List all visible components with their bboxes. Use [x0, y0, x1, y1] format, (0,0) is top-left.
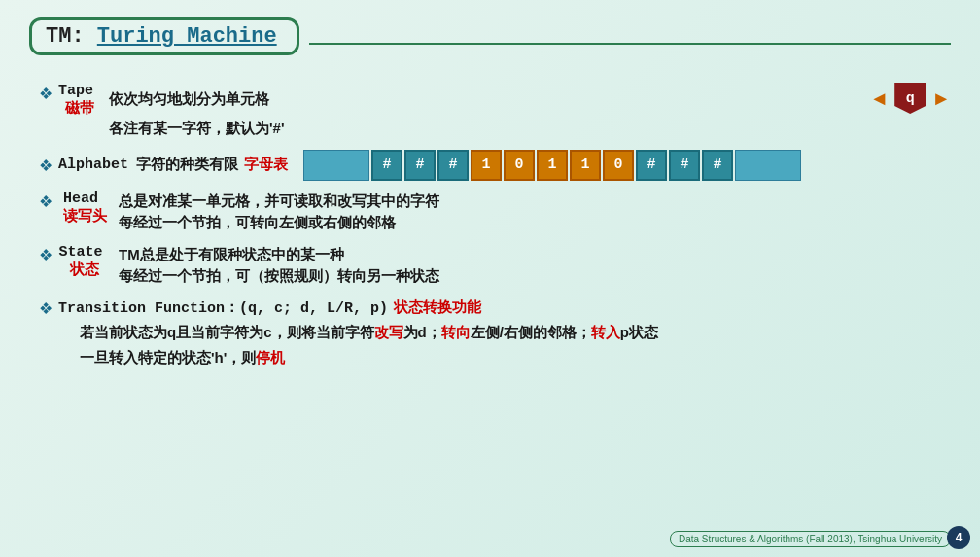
- tape-cell-2: #: [438, 150, 469, 181]
- tape-right-pad: [735, 150, 801, 181]
- title-full: Turing Machine: [97, 24, 277, 49]
- tape-section: ❖ Tape 磁带 依次均匀地划分为单元格 ◄ q ►: [39, 83, 951, 140]
- page-number: 4: [947, 526, 970, 549]
- diamond-state: ❖: [39, 246, 52, 264]
- t-line1-end: p状态: [620, 324, 658, 340]
- tape-cell-6: 1: [570, 150, 601, 181]
- alphabet-cn: 字母表: [244, 156, 288, 174]
- head-line2: 每经过一个节拍，可转向左侧或右侧的邻格: [119, 212, 439, 234]
- tape-left-pad: [303, 150, 369, 181]
- title-box: TM: Turing Machine: [29, 17, 299, 55]
- t-line2-h: 停机: [256, 349, 285, 366]
- t-line1-post: 左侧/右侧的邻格；: [471, 324, 591, 340]
- q-badge: q: [894, 83, 926, 114]
- state-label-cn: 状态: [70, 261, 99, 279]
- tape-line1: 依次均匀地划分为单元格: [109, 88, 269, 111]
- state-section: ❖ State 状态 TM总是处于有限种状态中的某一种 每经过一个节拍，可（按照…: [39, 244, 951, 288]
- state-line1: TM总是处于有限种状态中的某一种: [119, 244, 439, 266]
- head-indicator: ◄ q ►: [869, 83, 951, 114]
- transition-label-text: Transition Function: [58, 300, 225, 317]
- transition-section: ❖ Transition Function：(q, c; d, L/R, p) …: [39, 297, 951, 369]
- diamond-transition: ❖: [39, 299, 52, 318]
- transition-params: ：(q, c; d, L/R, p): [225, 300, 388, 317]
- tape-cell-10: #: [702, 150, 733, 181]
- transition-line1: 若当前状态为q且当前字符为c，则将当前字符改写为d；转向左侧/右侧的邻格；转入p…: [80, 322, 951, 344]
- t-line1-h3: 转入: [591, 324, 620, 340]
- t-line2-pre: 一旦转入特定的状态'h'，则: [80, 349, 256, 366]
- footer-text: Data Structures & Algorithms (Fall 2013)…: [679, 534, 942, 544]
- diamond-head: ❖: [39, 192, 52, 211]
- alphabet-label: Alphabet: [58, 157, 128, 173]
- tape-cell-4: 0: [504, 150, 535, 181]
- head-section: ❖ Head 读写头 总是对准某一单元格，并可读取和改写其中的字符 每经过一个节…: [39, 191, 951, 234]
- slide: TM: Turing Machine ❖ Tape 磁带 依次均匀地划分为单元格: [0, 0, 980, 557]
- state-label: State: [58, 244, 102, 261]
- state-line2: 每经过一个节拍，可（按照规则）转向另一种状态: [119, 265, 439, 288]
- transition-label: Transition Function：(q, c; d, L/R, p): [58, 298, 388, 317]
- diamond-alphabet: ❖: [39, 157, 52, 175]
- tape-label: Tape: [58, 83, 93, 99]
- tape-label-cn: 磁带: [65, 99, 94, 118]
- tape-cell-0: #: [371, 150, 402, 181]
- alphabet-section: ❖ Alphabet 字符的种类有限 字母表 # # # 1 0 1 1 0 #…: [39, 150, 951, 181]
- t-line1-h1: 改写: [374, 324, 403, 340]
- tape-cell-9: #: [669, 150, 700, 181]
- arrow-right-icon: ►: [931, 87, 951, 110]
- tape-cell-7: 0: [603, 150, 634, 181]
- tape-cell-3: 1: [471, 150, 502, 181]
- t-line1-pre: 若当前状态为q且当前字符为c，则将当前字符: [80, 324, 374, 340]
- tape-cell-5: 1: [537, 150, 568, 181]
- transition-cn: 状态转换功能: [394, 298, 481, 317]
- page-number-text: 4: [956, 531, 962, 544]
- head-label: Head: [63, 191, 98, 207]
- tape-line2: 各注有某一字符，默认为'#': [109, 118, 284, 140]
- title-prefix: TM:: [46, 24, 97, 49]
- head-line1: 总是对准某一单元格，并可读取和改写其中的字符: [119, 191, 439, 213]
- title-row: TM: Turing Machine: [29, 17, 951, 69]
- alphabet-desc: 字符的种类有限: [136, 154, 238, 176]
- diamond-tape: ❖: [39, 85, 52, 103]
- content-area: ❖ Tape 磁带 依次均匀地划分为单元格 ◄ q ►: [29, 83, 951, 369]
- tape-cell-8: #: [636, 150, 667, 181]
- footer: Data Structures & Algorithms (Fall 2013)…: [670, 531, 951, 547]
- t-line1-mid: 为d；: [403, 324, 441, 340]
- head-label-cn: 读写头: [63, 207, 107, 226]
- t-line1-h2: 转向: [441, 324, 471, 340]
- arrow-left-icon: ◄: [869, 87, 889, 110]
- tape-cell-1: #: [404, 150, 436, 181]
- transition-line2: 一旦转入特定的状态'h'，则停机: [80, 347, 951, 369]
